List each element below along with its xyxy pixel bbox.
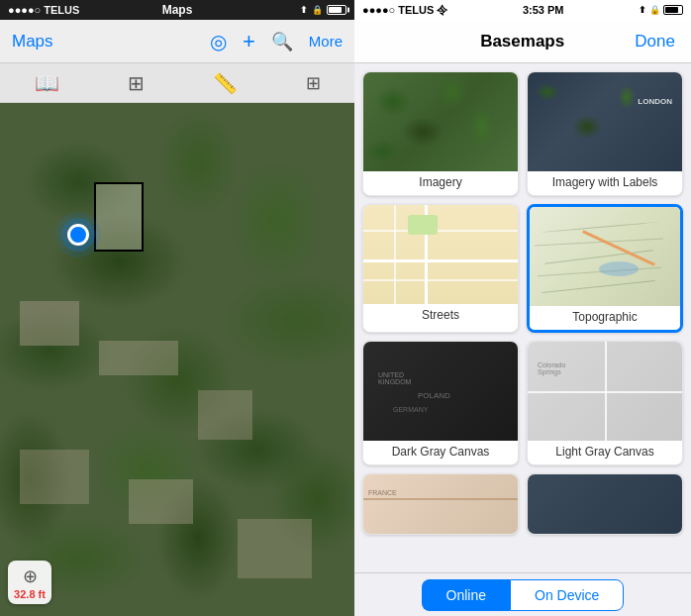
basemap-ocean-thumb (528, 474, 682, 534)
lock-icon-left: 🔒 (312, 5, 323, 15)
ondevice-tab[interactable]: On Device (510, 579, 624, 611)
right-panel: ●●●●○ TELUS 令 3:53 PM ⬆ 🔒 Basemaps Done … (354, 0, 691, 616)
map-area[interactable]: ⊕ 32.8 ft (0, 103, 354, 616)
basemap-ocean[interactable] (527, 473, 683, 535)
basemap-terrain[interactable]: FRANCE (362, 473, 519, 535)
basemap-grid: Imagery Imagery with Labels Streets (354, 63, 691, 572)
time-right: 3:53 PM (523, 4, 564, 16)
battery-right (663, 5, 683, 15)
search-icon[interactable]: 🔍 (271, 31, 293, 52)
building-outline (94, 182, 144, 252)
structure-6 (238, 519, 312, 578)
map-footer: ⊕ 32.8 ft (8, 561, 51, 604)
basemap-dark-gray-thumb: UNITEDKINGDOM POLAND GERMANY (363, 342, 518, 441)
basemap-dark-gray-label: Dark Gray Canvas (363, 441, 518, 464)
basemap-imagery-labels-thumb (528, 72, 682, 171)
nav-icons: ◎ + 🔍 More (210, 29, 343, 54)
basemap-topographic[interactable]: Topographic (527, 204, 683, 333)
time-left: Maps (162, 3, 193, 17)
nav-bar-left: Maps ◎ + 🔍 More (0, 20, 354, 63)
location-target-icon[interactable]: ◎ (210, 30, 227, 53)
basemap-streets-label: Streets (363, 304, 518, 328)
online-tab[interactable]: Online (422, 579, 510, 611)
thumb-topo-bg (530, 207, 680, 306)
basemap-imagery-labels[interactable]: Imagery with Labels (527, 71, 683, 196)
status-bar-left: ●●●●○ TELUS Maps ⬆ 🔒 (0, 0, 354, 20)
more-button[interactable]: More (309, 33, 343, 50)
light-road-2 (528, 391, 682, 393)
basemap-imagery-labels-label: Imagery with Labels (528, 171, 682, 195)
basemap-imagery-label: Imagery (363, 171, 518, 195)
structure-1 (20, 301, 79, 346)
basemap-light-gray-label: Light Gray Canvas (528, 441, 682, 464)
ruler-icon[interactable]: 📏 (213, 71, 238, 95)
basemap-streets[interactable]: Streets (362, 204, 519, 333)
layers-icon[interactable]: ⊞ (128, 71, 145, 95)
basemap-dark-gray[interactable]: UNITEDKINGDOM POLAND GERMANY Dark Gray C… (362, 341, 519, 465)
structure-2 (99, 341, 178, 375)
structure-5 (129, 479, 193, 524)
app-title: Maps (12, 32, 53, 51)
arrow-icon-right: ⬆ (639, 5, 646, 15)
thumb-streets-bg (363, 205, 518, 304)
basemap-streets-thumb (363, 205, 518, 304)
street-road-1 (394, 205, 396, 304)
thumb-imagery-labels-bg (528, 72, 682, 171)
topo-line-5 (542, 280, 654, 293)
structure-3 (198, 390, 252, 440)
dark-label-1: UNITEDKINGDOM (378, 371, 411, 385)
partial-road (363, 498, 518, 500)
basemaps-title: Basemaps (480, 32, 564, 51)
basemap-light-gray[interactable]: ColoradoSprings Light Gray Canvas (527, 341, 683, 465)
light-label: ColoradoSprings (538, 361, 565, 375)
basemap-imagery[interactable]: Imagery (362, 71, 519, 196)
thumb-terrain-bg: FRANCE (363, 474, 518, 534)
street-road-2 (363, 230, 518, 232)
dark-label-3: GERMANY (393, 406, 428, 413)
lock-icon-right: 🔒 (649, 5, 660, 15)
location-icon-left: ⬆ (300, 5, 308, 15)
dark-label-2: POLAND (418, 391, 450, 400)
thumb-ocean-bg (528, 474, 682, 534)
compass-widget[interactable]: ⊕ 32.8 ft (8, 561, 51, 604)
basemap-terrain-thumb: FRANCE (363, 474, 518, 534)
partial-label-text: FRANCE (368, 489, 397, 496)
toolbar-left: 📖 ⊞ 📏 ⊞ (0, 63, 354, 103)
structure-4 (20, 450, 89, 504)
compass-icon: ⊕ (23, 565, 38, 587)
book-icon[interactable]: 📖 (35, 71, 59, 95)
basemap-topographic-label: Topographic (530, 306, 680, 330)
status-bar-right: ●●●●○ TELUS 令 3:53 PM ⬆ 🔒 (354, 0, 691, 20)
grid-icon[interactable]: ⊞ (306, 72, 321, 94)
thumb-light-gray-bg: ColoradoSprings (528, 342, 682, 441)
location-pin (67, 224, 89, 246)
carrier-right: ●●●●○ TELUS 令 (362, 3, 447, 18)
battery-left (327, 5, 346, 15)
street-road-3 (363, 279, 518, 281)
thumb-dark-gray-bg: UNITEDKINGDOM POLAND GERMANY (363, 342, 518, 441)
nav-bar-right: Basemaps Done (354, 20, 691, 63)
street-park (408, 215, 438, 235)
basemap-imagery-thumb (363, 72, 518, 171)
thumb-imagery-bg (363, 72, 518, 171)
carrier-left: ●●●●○ TELUS (8, 4, 79, 16)
topo-line-1 (540, 222, 658, 233)
add-icon[interactable]: + (243, 29, 255, 54)
done-button[interactable]: Done (635, 32, 675, 51)
bottom-tabs: Online On Device (354, 572, 691, 616)
basemap-topo-thumb (530, 207, 680, 306)
scale-label: 32.8 ft (14, 588, 46, 600)
left-panel: ●●●●○ TELUS Maps ⬆ 🔒 Maps ◎ + 🔍 More 📖 ⊞… (0, 0, 354, 616)
topo-water (599, 261, 639, 276)
basemap-light-gray-thumb: ColoradoSprings (528, 342, 682, 441)
